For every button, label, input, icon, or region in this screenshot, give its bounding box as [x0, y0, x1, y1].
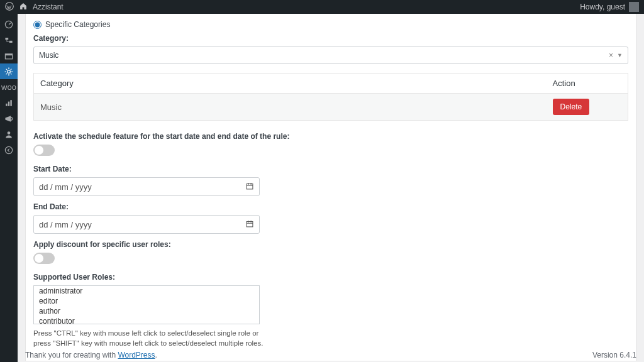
admin-bar: Azzistant Howdy, guest	[0, 0, 644, 14]
sidebar-collapse[interactable]	[0, 142, 18, 158]
radio-specific-categories-label: Specific Categories	[45, 20, 110, 29]
howdy-text[interactable]: Howdy, guest	[580, 3, 625, 11]
col-action: Action	[547, 74, 628, 94]
footer-thanks: Thank you for creating with	[25, 351, 118, 359]
role-option[interactable]: editor	[34, 296, 259, 306]
content-area: Specific Categories Category: Music × ▼ …	[18, 14, 644, 362]
delete-button[interactable]: Delete	[553, 99, 590, 115]
category-selected: Music	[39, 51, 58, 60]
role-option[interactable]: administrator	[34, 286, 259, 296]
row-category-name: Music	[34, 94, 547, 121]
category-table: Category Action Music Delete	[33, 73, 628, 121]
supported-roles-label: Supported User Roles:	[33, 273, 628, 282]
site-name[interactable]: Azzistant	[33, 3, 64, 11]
calendar-icon	[245, 219, 254, 230]
svg-point-11	[5, 146, 12, 153]
svg-rect-13	[247, 221, 253, 226]
radio-specific-categories-input[interactable]	[33, 21, 42, 29]
svg-point-6	[8, 70, 11, 73]
end-date-value: dd / mm / yyyy	[39, 220, 92, 229]
schedule-toggle[interactable]	[33, 145, 55, 156]
woo-icon: woo	[1, 82, 16, 92]
sidebar-item-3[interactable]	[0, 48, 18, 63]
wordpress-link[interactable]: WordPress	[118, 351, 155, 359]
supported-roles-select[interactable]: administrator editor author contributor	[33, 285, 260, 324]
role-option[interactable]: contributor	[34, 316, 259, 324]
svg-point-10	[8, 131, 11, 134]
footer: Thank you for creating with WordPress. V…	[25, 351, 636, 359]
sidebar-woo[interactable]: woo	[0, 79, 18, 95]
home-icon[interactable]	[19, 2, 28, 13]
schedule-activate-label: Activate the schedule feature for the st…	[33, 132, 628, 141]
wordpress-logo-icon[interactable]	[5, 2, 14, 13]
svg-rect-3	[9, 40, 13, 42]
category-clear[interactable]: ×	[605, 51, 617, 60]
settings-panel: Specific Categories Category: Music × ▼ …	[25, 14, 636, 361]
start-date-value: dd / mm / yyyy	[39, 182, 92, 192]
apply-user-roles-label: Apply discount for specific user roles:	[33, 240, 628, 249]
roles-hint: Press "CTRL" key with mouse left click t…	[33, 328, 272, 348]
end-date-input[interactable]: dd / mm / yyyy	[33, 215, 260, 234]
sidebar-users[interactable]	[0, 126, 18, 142]
radio-specific-categories[interactable]: Specific Categories	[33, 20, 628, 29]
sidebar-analytics[interactable]	[0, 95, 18, 111]
start-date-label: Start Date:	[33, 165, 628, 173]
role-option[interactable]: author	[34, 306, 259, 316]
svg-rect-7	[6, 103, 7, 106]
col-category: Category	[34, 74, 547, 94]
category-select[interactable]: Music × ▼	[33, 47, 628, 64]
sidebar-dashboard[interactable]	[0, 16, 18, 32]
svg-rect-5	[5, 53, 12, 55]
svg-rect-9	[10, 100, 11, 106]
sidebar-settings[interactable]	[0, 63, 18, 79]
svg-rect-2	[5, 38, 8, 40]
chevron-down-icon: ▼	[617, 52, 623, 58]
table-row: Music Delete	[34, 94, 628, 121]
svg-rect-12	[247, 184, 253, 189]
start-date-input[interactable]: dd / mm / yyyy	[33, 177, 260, 196]
avatar[interactable]	[629, 2, 639, 12]
user-roles-toggle[interactable]	[33, 253, 55, 264]
sidebar-item-2[interactable]	[0, 32, 18, 48]
svg-point-0	[6, 2, 14, 10]
svg-rect-8	[8, 101, 9, 106]
end-date-label: End Date:	[33, 202, 628, 211]
sidebar-marketing[interactable]	[0, 111, 18, 126]
calendar-icon	[245, 182, 254, 192]
category-label: Category:	[33, 34, 628, 43]
admin-sidebar: woo	[0, 14, 18, 362]
version-text: Version 6.4.1	[592, 351, 636, 359]
